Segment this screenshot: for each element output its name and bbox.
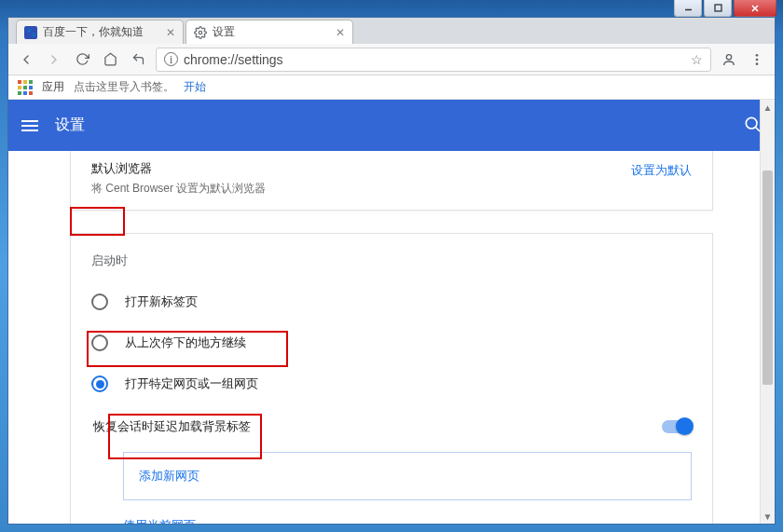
nav-toolbar: i chrome://settings ☆: [8, 44, 775, 75]
apps-icon[interactable]: [18, 80, 33, 95]
bookmark-star-icon[interactable]: ☆: [691, 52, 703, 67]
maximize-button[interactable]: [704, 0, 732, 17]
tab-title: 设置: [213, 24, 235, 40]
close-window-button[interactable]: [734, 0, 776, 17]
back-button[interactable]: [16, 49, 36, 70]
radio-row-newtab[interactable]: 打开新标签页: [91, 293, 692, 310]
hamburger-icon[interactable]: [21, 120, 38, 131]
radio-label: 从上次停下的地方继续: [125, 334, 246, 351]
apps-label[interactable]: 应用: [42, 79, 64, 95]
radio-row-continue[interactable]: 从上次停下的地方继续: [91, 334, 692, 351]
home-button[interactable]: [100, 49, 120, 70]
scroll-down-icon[interactable]: ▼: [761, 509, 775, 524]
default-browser-sub: 将 Cent Browser 设置为默认浏览器: [91, 181, 266, 197]
scroll-thumb[interactable]: [762, 171, 773, 385]
address-bar[interactable]: i chrome://settings ☆: [156, 48, 711, 72]
page-title: 设置: [55, 116, 85, 135]
tab-baidu[interactable]: 🐾 百度一下，你就知道 ✕: [16, 20, 184, 44]
svg-point-7: [756, 58, 759, 61]
scrollbar[interactable]: ▲ ▼: [760, 100, 775, 524]
startup-section: 启动时 打开新标签页 从上次停下的地方继续 打开特定网页或一组网页 恢复会话时延…: [70, 233, 713, 524]
search-button[interactable]: [743, 115, 762, 137]
radio-label: 打开特定网页或一组网页: [125, 375, 258, 392]
browser-window: 🐾 百度一下，你就知道 ✕ 设置 ✕ i chro: [7, 17, 776, 525]
settings-header: 设置: [8, 100, 775, 151]
tab-title: 百度一下，你就知道: [43, 24, 144, 40]
url-text: chrome://settings: [184, 52, 283, 67]
lazy-load-label: 恢复会话时延迟加载背景标签: [93, 418, 251, 435]
settings-content: 默认浏览器 将 Cent Browser 设置为默认浏览器 设置为默认 启动时 …: [8, 151, 775, 524]
import-start-link[interactable]: 开始: [184, 79, 206, 95]
gear-icon: [194, 26, 207, 39]
account-icon[interactable]: [719, 49, 739, 70]
paw-icon: 🐾: [24, 26, 37, 39]
lazy-load-toggle-row: 恢复会话时延迟加载背景标签: [91, 418, 692, 435]
radio-label: 打开新标签页: [125, 293, 198, 310]
svg-point-5: [726, 54, 731, 59]
minimize-button[interactable]: [674, 0, 702, 17]
window-titlebar: [0, 0, 783, 17]
import-hint: 点击这里导入书签。: [74, 79, 174, 95]
radio-row-specific[interactable]: 打开特定网页或一组网页: [91, 375, 692, 392]
reload-button[interactable]: [72, 49, 92, 70]
lazy-load-switch[interactable]: [662, 420, 692, 433]
bookmark-bar: 应用 点击这里导入书签。 开始: [8, 75, 775, 100]
add-page-link[interactable]: 添加新网页: [123, 452, 692, 500]
startup-section-title: 启动时: [91, 252, 692, 269]
set-default-button[interactable]: 设置为默认: [631, 160, 692, 179]
forward-button[interactable]: [44, 49, 64, 70]
svg-point-6: [756, 54, 759, 57]
tab-strip: 🐾 百度一下，你就知道 ✕ 设置 ✕: [8, 18, 775, 44]
default-browser-card: 默认浏览器 将 Cent Browser 设置为默认浏览器 设置为默认: [70, 151, 713, 211]
tab-settings[interactable]: 设置 ✕: [185, 20, 353, 44]
radio-icon[interactable]: [91, 293, 108, 310]
svg-line-10: [756, 127, 760, 130]
undo-nav-button[interactable]: [128, 49, 148, 70]
close-tab-icon[interactable]: ✕: [336, 26, 345, 39]
svg-point-8: [756, 62, 759, 65]
radio-icon[interactable]: [91, 334, 108, 351]
info-icon[interactable]: i: [164, 52, 178, 66]
default-browser-heading: 默认浏览器: [91, 160, 266, 177]
menu-button[interactable]: [747, 49, 767, 70]
use-current-link[interactable]: 使用当前网页: [123, 517, 692, 524]
svg-rect-1: [715, 5, 721, 11]
settings-page: 设置 默认浏览器 将 Cent Browser 设置为默认浏览器 设置为默认 启…: [8, 100, 775, 524]
svg-point-4: [199, 31, 202, 34]
close-tab-icon[interactable]: ✕: [166, 26, 175, 39]
scroll-up-icon[interactable]: ▲: [761, 100, 775, 115]
radio-icon-checked[interactable]: [91, 375, 108, 392]
